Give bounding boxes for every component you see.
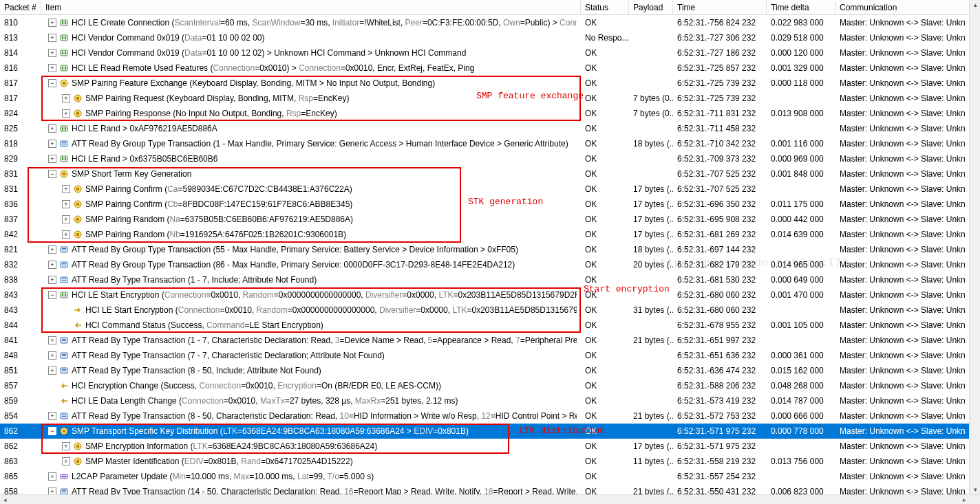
scroll-up-icon[interactable]: ▴ [970,0,980,10]
expand-icon[interactable]: + [48,366,56,375]
cell-payload: 21 bytes (... [629,409,673,423]
table-row[interactable]: 829+HCI LE Rand > 0x6375B05BC6EB60B6OK6:… [0,151,980,166]
expand-icon[interactable]: + [48,412,56,420]
col-header-delta[interactable]: Time delta [767,1,835,14]
table-row[interactable]: 825+HCI LE Rand > 0xAF976219AE5D886AOK6:… [0,121,980,136]
cell-payload: 18 bytes (... [629,137,673,151]
expand-icon[interactable]: + [48,64,56,72]
col-header-time[interactable]: Time [673,1,767,14]
table-row[interactable]: 863+SMP Master Identification (EDIV=0x80… [0,454,980,469]
expand-icon[interactable]: + [48,49,56,57]
collapse-icon[interactable]: − [48,427,56,435]
col-header-status[interactable]: Status [581,1,629,14]
scroll-right-icon[interactable]: ▸ [959,495,969,504]
expand-icon[interactable]: + [62,215,70,223]
table-row[interactable]: 821+ATT Read By Group Type Transaction (… [0,242,980,257]
table-row[interactable]: 859HCI LE Data Length Change (Connection… [0,393,980,408]
table-row[interactable]: 831−SMP Short Term Key GenerationOK6:52:… [0,166,980,182]
cell-time: 6:52:31.-707 525 232 [673,182,767,196]
cell-packet: 810 [0,16,41,30]
table-row[interactable]: 862−SMP Transport Specific Key Distribut… [0,424,980,439]
svg-rect-4 [62,36,63,39]
expand-icon[interactable]: + [62,185,70,193]
expand-icon[interactable]: + [62,457,70,465]
expand-icon[interactable]: + [48,124,56,133]
cell-status: OK [581,273,629,287]
collapse-icon[interactable]: − [48,291,56,299]
table-row[interactable]: 837+SMP Pairing Random (Na=6375B05B:C6EB… [0,212,980,227]
expand-icon[interactable]: + [48,34,56,42]
table-row[interactable]: 831+SMP Pairing Confirm (Ca=5989034E:C67… [0,182,980,197]
table-row[interactable]: 838+ATT Read By Type Transaction (1 - 7,… [0,272,980,287]
cell-delta: 0.015 162 000 [767,364,835,377]
cell-item: +SMP Pairing Random (Nb=1916925A:6476F02… [41,228,581,241]
cell-comm: Master: Unknown <-> Slave: Unkn [835,333,980,347]
col-header-packet[interactable]: Packet # [0,1,41,14]
cell-delta: 0.000 649 000 [767,273,835,287]
table-row[interactable]: 824+SMP Pairing Response (No Input No Ou… [0,106,980,121]
expand-icon[interactable]: + [48,155,56,163]
table-row[interactable]: 843HCI LE Start Encryption (Connection=0… [0,303,980,318]
table-row[interactable]: 865+L2CAP Parameter Update (Min=10.000 m… [0,469,980,484]
expand-icon[interactable]: + [62,442,70,450]
expand-icon[interactable]: + [48,487,56,494]
col-header-item[interactable]: Item [41,1,581,14]
expand-icon[interactable]: + [62,94,70,102]
cell-comm: Master: Unknown <-> Slave: Unkn [835,91,980,105]
table-row[interactable]: 832+ATT Read By Group Type Transaction (… [0,257,980,272]
table-row[interactable]: 844HCI Command Status (Success, Command=… [0,318,980,333]
cell-comm: Master: Unknown <-> Slave: Unkn [835,122,980,135]
table-row[interactable]: 818+ATT Read By Group Type Transaction (… [0,136,980,151]
cell-payload: 18 bytes (... [629,243,673,256]
expand-icon[interactable]: + [48,276,56,284]
table-row[interactable]: 854+ATT Read By Type Transaction (8 - 50… [0,408,980,424]
expand-icon[interactable]: + [48,472,56,481]
table-row[interactable]: 842+SMP Pairing Random (Nb=1916925A:6476… [0,227,980,242]
horizontal-scrollbar[interactable]: ◂ ▸ [0,494,980,504]
table-row[interactable]: 862+SMP Encryption Information (LTK=6368… [0,439,980,454]
svg-rect-9 [61,65,67,71]
svg-rect-25 [62,157,63,160]
table-row[interactable]: 817−SMP Pairing Feature Exchange (Keyboa… [0,76,980,91]
scroll-down-icon[interactable]: ▾ [970,485,980,494]
cell-packet: 831 [0,182,41,196]
cell-time: 6:52:31.-709 373 232 [673,152,767,166]
cell-packet: 832 [0,258,41,272]
expand-icon[interactable]: + [48,336,56,344]
expand-icon[interactable]: + [48,261,56,269]
expand-icon[interactable]: + [48,245,56,254]
expand-icon[interactable]: + [62,200,70,208]
table-row[interactable]: 813+HCI Vendor Command 0x019 (Data=01 10… [0,30,980,45]
table-row[interactable]: 810+HCI LE Create Connection (ScanInterv… [0,15,980,30]
cell-delta: 0.001 105 000 [767,318,835,332]
item-text: HCI LE Read Remote Used Features (Connec… [72,63,474,73]
cell-packet: 824 [0,107,41,120]
cell-time: 6:52:31.-711 458 232 [673,122,767,135]
expand-placeholder [48,397,56,405]
table-row[interactable]: 848+ATT Read By Type Transaction (7 - 7,… [0,348,980,363]
table-row[interactable]: 858+ATT Read By Type Transaction (14 - 5… [0,484,980,494]
item-text: HCI LE Rand > 0x6375B05BC6EB60B6 [72,154,217,164]
table-row[interactable]: 851+ATT Read By Type Transaction (8 - 50… [0,363,980,378]
table-row[interactable]: 816+HCI LE Read Remote Used Features (Co… [0,61,980,76]
table-row[interactable]: 836+SMP Pairing Confirm (Cb=8FBDC08F:147… [0,197,980,212]
table-row[interactable]: 814+HCI Vendor Command 0x019 (Data=01 10… [0,45,980,61]
table-row[interactable]: 843−HCI LE Start Encryption (Connection=… [0,287,980,303]
table-row[interactable]: 817+SMP Pairing Request (Keyboard Displa… [0,91,980,106]
item-text: HCI Vendor Command 0x019 (Data=01 10 00 … [72,48,466,58]
cell-comm: Master: Unknown <-> Slave: Unkn [835,61,980,75]
table-row[interactable]: 841+ATT Read By Type Transaction (1 - 7,… [0,333,980,348]
collapse-icon[interactable]: − [48,79,56,87]
expand-icon[interactable]: + [48,351,56,360]
expand-icon[interactable]: + [48,19,56,27]
expand-icon[interactable]: + [62,230,70,239]
col-header-comm[interactable]: Communication [835,1,980,14]
scroll-left-icon[interactable]: ◂ [0,495,10,504]
cell-status: OK [581,61,629,75]
collapse-icon[interactable]: − [48,170,56,178]
table-row[interactable]: 857HCI Encryption Change (Success, Conne… [0,378,980,393]
expand-icon[interactable]: + [62,109,70,118]
vertical-scrollbar[interactable]: ▴ ▾ [969,0,980,494]
col-header-payload[interactable]: Payload [629,1,673,14]
expand-icon[interactable]: + [48,140,56,148]
